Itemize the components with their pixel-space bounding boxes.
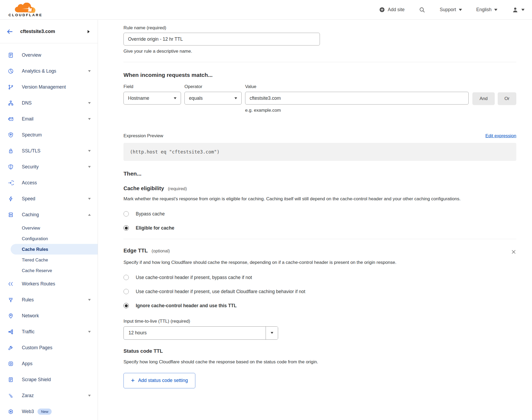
edge-ttl-description: Specify if and how long Cloudflare shoul…: [123, 259, 472, 266]
sidebar-item-spectrum[interactable]: Spectrum: [0, 127, 98, 143]
chevron-up-icon: [88, 214, 91, 216]
chevron-down-icon: [88, 395, 91, 397]
sidebar-item-scrape-shield[interactable]: Scrape Shield: [0, 372, 98, 388]
value-help: e.g. example.com: [245, 108, 469, 113]
radio-selected-icon[interactable]: [123, 225, 129, 231]
chevron-down-icon: [88, 166, 91, 168]
shield-gear-icon: [7, 132, 14, 138]
sidebar-item-traffic[interactable]: Traffic: [0, 324, 98, 340]
radio-selected-icon[interactable]: [123, 303, 129, 308]
close-icon[interactable]: [511, 249, 516, 256]
add-site-button[interactable]: Add site: [379, 7, 405, 13]
radio-cache-control-default[interactable]: Use cache-control header if present, use…: [123, 289, 516, 294]
match-heading: When incoming requests match...: [123, 72, 516, 78]
dropdown-arrow-button[interactable]: [266, 327, 278, 339]
sidebar-item-label: Traffic: [22, 329, 35, 335]
sidebar-item-dns[interactable]: DNS: [0, 95, 98, 111]
back-arrow-icon[interactable]: [6, 28, 13, 35]
radio-cache-control-bypass[interactable]: Use cache-control header if present, byp…: [123, 275, 516, 280]
chevron-down-icon: [521, 9, 525, 11]
operator-select-value: equals: [189, 95, 203, 101]
sidebar-item-rules[interactable]: Rules: [0, 292, 98, 308]
app-box-icon: [7, 361, 14, 367]
or-button[interactable]: Or: [498, 92, 516, 105]
search-icon[interactable]: [419, 7, 425, 13]
operator-label: Operator: [184, 84, 242, 89]
sidebar-item-ssl-tls[interactable]: SSL/TLS: [0, 143, 98, 159]
sidebar-nav: Overview Analytics & Logs Version Manage…: [0, 43, 98, 419]
radio-icon[interactable]: [123, 289, 129, 294]
subitem-label: Overview: [22, 226, 40, 231]
sidebar-item-label: Security: [22, 164, 39, 170]
ttl-select[interactable]: 12 hours: [123, 326, 278, 340]
sidebar-item-custom-pages[interactable]: Custom Pages: [0, 340, 98, 356]
account-menu[interactable]: [512, 6, 525, 13]
sidebar-item-access[interactable]: Access: [0, 175, 98, 191]
sidebar-item-network[interactable]: Network: [0, 308, 98, 324]
chevron-down-icon: [88, 150, 91, 152]
optional-note: (optional): [152, 248, 170, 253]
sidebar-item-caching[interactable]: Caching: [0, 207, 98, 223]
field-select[interactable]: Hostname: [123, 92, 181, 105]
value-label: Value: [245, 84, 469, 89]
sidebar-subitem-cache-rules[interactable]: Cache Rules: [11, 244, 98, 255]
cloudflare-cloud-icon: [13, 3, 38, 13]
server-stack-icon: [7, 212, 14, 218]
divider: [123, 62, 516, 62]
expression-preview-label: Expression Preview: [123, 133, 163, 139]
code-brackets-icon: [7, 281, 14, 287]
radio-icon[interactable]: [123, 211, 129, 217]
site-switcher-icon[interactable]: [88, 30, 90, 33]
radio-eligible-for-cache[interactable]: Eligible for cache: [123, 225, 516, 231]
sidebar-item-overview[interactable]: Overview: [0, 47, 98, 63]
chevron-down-icon: [88, 331, 91, 333]
edge-ttl-heading-row: Edge TTL (optional): [123, 248, 516, 256]
sidebar-item-workers-routes[interactable]: Workers Routes: [0, 276, 98, 292]
cache-eligibility-description: Mark whether the request's response from…: [123, 196, 516, 203]
sidebar-item-speed[interactable]: Speed: [0, 191, 98, 207]
funnel-icon: [7, 297, 14, 303]
sidebar-item-web3[interactable]: Web3 New: [0, 404, 98, 419]
language-menu[interactable]: English: [476, 7, 497, 13]
sitemap-icon: [7, 100, 14, 106]
sidebar-item-label: Email: [22, 116, 34, 122]
field-label: Field: [123, 84, 181, 89]
radio-icon[interactable]: [123, 275, 129, 280]
sidebar-subitem-tiered-cache[interactable]: Tiered Cache: [0, 255, 98, 265]
pie-chart-icon: [7, 68, 14, 74]
radio-ignore-cache-control[interactable]: Ignore cache-control header and use this…: [123, 303, 516, 309]
add-site-label: Add site: [388, 7, 405, 13]
cloudflare-wordmark: CLOUDFLARE: [9, 13, 43, 17]
site-header: cftestsite3.com: [0, 20, 98, 43]
new-badge: New: [38, 409, 52, 415]
cloudflare-logo[interactable]: CLOUDFLARE: [4, 3, 47, 17]
radio-bypass-cache[interactable]: Bypass cache: [123, 211, 516, 217]
sidebar-subitem-configuration[interactable]: Configuration: [0, 233, 98, 244]
wrench-icon: [7, 345, 14, 351]
required-note: (required): [168, 186, 187, 191]
subitem-label: Cache Reserve: [22, 268, 52, 273]
match-value-input[interactable]: [245, 92, 469, 105]
chevron-down-icon: [88, 70, 91, 72]
site-name: cftestsite3.com: [20, 29, 81, 34]
sidebar-subitem-cache-reserve[interactable]: Cache Reserve: [0, 265, 98, 276]
shield-icon: [7, 164, 14, 170]
operator-select[interactable]: equals: [184, 92, 242, 105]
sidebar-item-zaraz[interactable]: Zaraz: [0, 388, 98, 404]
sidebar-item-email[interactable]: Email: [0, 111, 98, 127]
sidebar-subitem-caching-overview[interactable]: Overview: [0, 223, 98, 233]
lightning-icon: [7, 196, 14, 202]
sidebar-item-analytics-logs[interactable]: Analytics & Logs: [0, 63, 98, 79]
add-status-code-label: Add status code setting: [138, 378, 188, 383]
status-code-ttl-description: Specify how long Cloudflare should cache…: [123, 359, 516, 366]
sidebar-item-label: Workers Routes: [22, 281, 55, 287]
sidebar-item-version-management[interactable]: Version Management: [0, 79, 98, 95]
support-menu[interactable]: Support: [440, 7, 462, 13]
edit-expression-link[interactable]: Edit expression: [485, 133, 516, 139]
sidebar-item-label: Custom Pages: [22, 345, 52, 351]
rule-name-input[interactable]: [123, 33, 320, 45]
sidebar-item-apps[interactable]: Apps: [0, 356, 98, 372]
sidebar-item-security[interactable]: Security: [0, 159, 98, 175]
add-status-code-button[interactable]: + Add status code setting: [123, 373, 195, 388]
and-button[interactable]: And: [472, 92, 495, 105]
